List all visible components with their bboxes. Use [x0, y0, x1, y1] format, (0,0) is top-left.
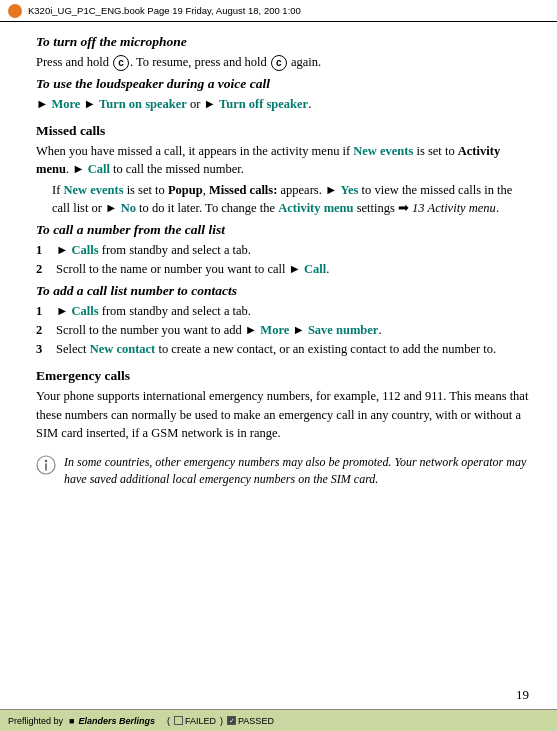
loudspeaker-more: More	[52, 97, 81, 111]
section-heading-add-contact: To add a call list number to contacts	[36, 283, 529, 299]
loudspeaker-menu: ► More ► Turn on speaker or ► Turn off s…	[36, 95, 529, 113]
orange-dot-icon	[8, 4, 22, 18]
missed-calls-body2: If New events is set to Popup, Missed ca…	[36, 181, 529, 217]
missed-calls-label: Missed calls:	[209, 183, 277, 197]
turn-off-mic-body: Press and hold c. To resume, press and h…	[36, 53, 529, 71]
failed-label: FAILED	[185, 716, 216, 726]
no-link: No	[121, 201, 136, 215]
emergency-body: Your phone supports international emerge…	[36, 387, 529, 441]
loudspeaker-arrow1: ► More	[36, 97, 80, 111]
missed-calls-body1: When you have missed a call, it appears …	[36, 142, 529, 178]
step-num-2: 2	[36, 260, 50, 278]
failed-checkbox	[174, 716, 183, 725]
add-step-num-1: 1	[36, 302, 50, 320]
call-link: Call	[88, 162, 110, 176]
elanders-icon: ■	[69, 716, 74, 726]
passed-label: PASSED	[238, 716, 274, 726]
loudspeaker-arrow2: ►	[84, 97, 100, 111]
new-contact-link: New contact	[90, 342, 156, 356]
tip-icon	[36, 455, 56, 475]
add-step-num-3: 3	[36, 340, 50, 358]
add-step-3-content: Select New contact to create a new conta…	[56, 340, 529, 358]
call-list-step-1: 1 ► Calls from standby and select a tab.	[36, 241, 529, 259]
add-contact-steps: 1 ► Calls from standby and select a tab.…	[36, 302, 529, 358]
add-step-2-content: Scroll to the number you want to add ► M…	[56, 321, 529, 339]
key-c-icon: c	[113, 55, 129, 71]
passed-checkbox: ✓	[227, 716, 236, 725]
calls-link-1: Calls	[72, 243, 99, 257]
more-link: More	[260, 323, 289, 337]
section-heading-call-list: To call a number from the call list	[36, 222, 529, 238]
save-number-link: Save number	[308, 323, 379, 337]
section-heading-loudspeaker: To use the loudspeaker during a voice ca…	[36, 76, 529, 92]
popup-label: Popup	[168, 183, 203, 197]
step-num-1: 1	[36, 241, 50, 259]
yes-link: Yes	[340, 183, 358, 197]
top-bar: K320i_UG_P1C_ENG.book Page 19 Friday, Au…	[0, 0, 557, 22]
key-c2-icon: c	[271, 55, 287, 71]
separator: (	[167, 716, 170, 726]
step-1-content: ► Calls from standby and select a tab.	[56, 241, 529, 259]
svg-point-1	[45, 460, 47, 462]
add-step-1-content: ► Calls from standby and select a tab.	[56, 302, 529, 320]
tip-box: In some countries, other emergency numbe…	[36, 452, 529, 491]
activity-menu-link: Activity menu	[278, 201, 353, 215]
calls-link-2: Calls	[72, 304, 99, 318]
failed-checkbox-item: FAILED	[174, 716, 216, 726]
new-events-1: New events	[353, 144, 413, 158]
add-step-3: 3 Select New contact to create a new con…	[36, 340, 529, 358]
preflighted-label: Preflighted by	[8, 716, 63, 726]
call-list-step-2: 2 Scroll to the name or number you want …	[36, 260, 529, 278]
section-heading-emergency: Emergency calls	[36, 368, 529, 384]
call-list-steps: 1 ► Calls from standby and select a tab.…	[36, 241, 529, 278]
add-step-num-2: 2	[36, 321, 50, 339]
section-heading-missed-calls: Missed calls	[36, 123, 529, 139]
tip-text: In some countries, other emergency numbe…	[64, 454, 529, 489]
new-events-2: New events	[63, 183, 123, 197]
section-heading-turn-off-mic: To turn off the microphone	[36, 34, 529, 50]
loudspeaker-turn-on: Turn on speaker	[99, 97, 187, 111]
loudspeaker-turn-off: Turn off speaker	[219, 97, 308, 111]
loudspeaker-or: or ►	[190, 97, 219, 111]
loudspeaker-period: .	[308, 97, 311, 111]
add-step-2: 2 Scroll to the number you want to add ►…	[36, 321, 529, 339]
main-content: To turn off the microphone Press and hol…	[0, 22, 557, 503]
page-number: 19	[516, 687, 529, 703]
step-2-content: Scroll to the name or number you want to…	[56, 260, 529, 278]
elanders-logo: Elanders Berlings	[78, 716, 155, 726]
separator2: )	[220, 716, 223, 726]
call-link-2: Call	[304, 262, 326, 276]
top-bar-left: K320i_UG_P1C_ENG.book Page 19 Friday, Au…	[8, 4, 301, 18]
passed-checkbox-item: ✓ PASSED	[227, 716, 274, 726]
activity-menu-ref: 13 Activity menu	[412, 201, 496, 215]
bottom-bar: Preflighted by ■ Elanders Berlings ( FAI…	[0, 709, 557, 731]
book-info: K320i_UG_P1C_ENG.book Page 19 Friday, Au…	[28, 5, 301, 16]
add-step-1: 1 ► Calls from standby and select a tab.	[36, 302, 529, 320]
